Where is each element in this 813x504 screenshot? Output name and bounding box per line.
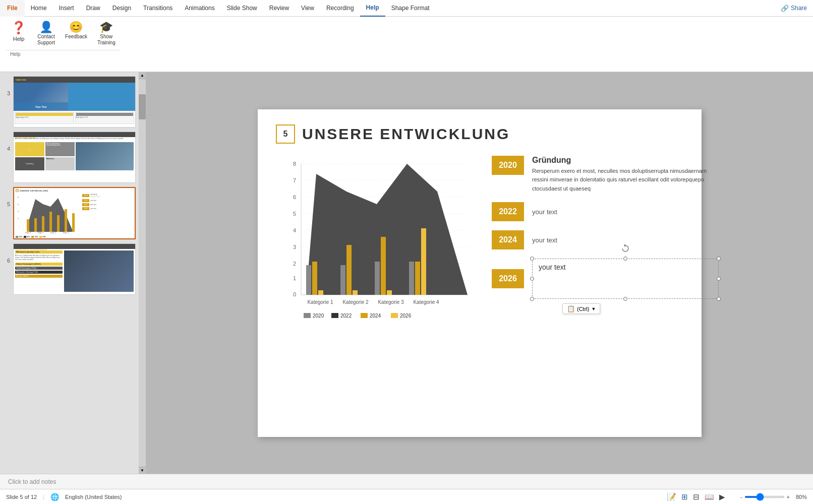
- svg-rect-54: [331, 313, 338, 318]
- timeline-section: 2020 Gründung Rersperum exero et most, n…: [492, 154, 719, 327]
- zoom-level: 80%: [792, 494, 807, 500]
- tab-recording[interactable]: Recording: [320, 0, 360, 17]
- share-icon: 🔗: [781, 5, 789, 12]
- language-icon: 🌐: [50, 493, 59, 501]
- year-box-2024: 2024: [492, 230, 524, 249]
- svg-rect-46: [415, 262, 420, 295]
- tab-view[interactable]: View: [295, 0, 320, 17]
- svg-text:2022: 2022: [340, 313, 352, 319]
- clipboard-tooltip[interactable]: 📋 (Ctrl) ▼: [562, 303, 600, 314]
- svg-text:6: 6: [18, 203, 19, 206]
- svg-rect-8: [49, 212, 52, 232]
- notes-placeholder: Click to add notes: [8, 478, 56, 485]
- svg-text:2026: 2026: [400, 313, 412, 319]
- svg-text:4: 4: [18, 210, 19, 213]
- person-icon: 👤: [39, 21, 53, 34]
- svg-text:4: 4: [293, 227, 296, 233]
- svg-text:Kategorie 3: Kategorie 3: [378, 299, 404, 305]
- slide-info: Slide 5 of 12: [6, 494, 37, 500]
- year-box-2022: 2022: [492, 202, 524, 221]
- svg-marker-35: [306, 164, 468, 295]
- tab-slideshow[interactable]: Slide Show: [221, 0, 263, 17]
- handle-tr[interactable]: [717, 257, 721, 261]
- svg-text:8: 8: [18, 196, 19, 199]
- slide-panel: 3 ÜBER UNS Your Text: [0, 72, 146, 474]
- help-button[interactable]: ❓ Help: [6, 19, 31, 48]
- svg-rect-58: [391, 313, 398, 318]
- tab-file[interactable]: File: [0, 0, 25, 17]
- svg-text:Kategorie 4: Kategorie 4: [413, 299, 439, 305]
- show-training-button[interactable]: 🎓 ShowTraining: [93, 19, 120, 48]
- handle-tm[interactable]: [623, 257, 627, 261]
- handle-br[interactable]: [717, 297, 721, 301]
- svg-rect-11: [72, 213, 75, 232]
- svg-rect-9: [57, 215, 60, 232]
- slide-item-6[interactable]: 6 GRUNDSÄTZE UNSERER ARBEIT Wirksamere g…: [3, 243, 136, 295]
- slide-number-6: 6: [3, 243, 10, 264]
- svg-text:Kage 1: Kage 1: [25, 232, 31, 234]
- svg-rect-56: [361, 313, 368, 318]
- notes-bar[interactable]: Click to add notes: [0, 474, 813, 489]
- slide-item-3[interactable]: 3 ÜBER UNS Your Text: [3, 76, 136, 128]
- slide-normal-view-icon[interactable]: ⊞: [681, 492, 688, 501]
- slide-number-3: 3: [3, 76, 10, 96]
- language-status: English (United States): [65, 494, 122, 500]
- clipboard-icon: 📋: [567, 305, 575, 312]
- scroll-down-button[interactable]: ▼: [139, 467, 146, 474]
- slide-sorter-icon[interactable]: ⊟: [693, 492, 700, 501]
- svg-rect-43: [381, 237, 386, 295]
- handle-mr[interactable]: [717, 277, 721, 281]
- selected-textbox[interactable]: your text: [532, 259, 719, 299]
- tab-animations[interactable]: Animations: [179, 0, 220, 17]
- tab-review[interactable]: Review: [263, 0, 295, 17]
- handle-bl[interactable]: [530, 297, 534, 301]
- svg-rect-45: [409, 262, 414, 295]
- svg-rect-44: [387, 290, 392, 295]
- svg-rect-5: [27, 219, 29, 232]
- svg-rect-38: [318, 290, 323, 295]
- tab-draw[interactable]: Draw: [80, 0, 106, 17]
- rotation-handle[interactable]: [620, 243, 630, 255]
- slide-item-5[interactable]: 5 5 UNSERE ENTWICKLUNG 8: [3, 187, 136, 239]
- svg-rect-39: [340, 265, 345, 295]
- reading-view-icon[interactable]: 📖: [705, 492, 714, 501]
- training-icon: 🎓: [99, 21, 113, 34]
- handle-bm[interactable]: [623, 297, 627, 301]
- slide-view: 5 UNSERE ENTWICKLUNG: [146, 72, 813, 474]
- tab-transitions[interactable]: Transitions: [137, 0, 179, 17]
- share-button[interactable]: 🔗 Share: [775, 5, 813, 12]
- slide-title: UNSERE ENTWICKLUNG: [302, 125, 510, 143]
- zoom-slider[interactable]: - + 80%: [740, 494, 807, 500]
- dropdown-arrow-icon[interactable]: ▼: [591, 306, 596, 311]
- tab-insert[interactable]: Insert: [53, 0, 80, 17]
- slide-item-4[interactable]: 4 DIENSTLEISTUNGEN Aut et text. Callipat…: [3, 132, 136, 183]
- svg-rect-6: [34, 218, 37, 232]
- svg-text:2024: 2024: [370, 313, 381, 319]
- svg-text:5: 5: [293, 211, 296, 217]
- svg-rect-36: [306, 265, 311, 295]
- timeline-entry-2022: 2022 your text: [492, 202, 719, 221]
- feedback-button[interactable]: 😊 Feedback: [61, 19, 91, 48]
- year-box-2026: 2026: [492, 269, 524, 288]
- tab-design[interactable]: Design: [106, 0, 137, 17]
- notes-toggle-icon[interactable]: 📝: [667, 492, 676, 501]
- svg-text:Kage 2: Kage 2: [38, 232, 43, 234]
- svg-rect-40: [346, 245, 352, 295]
- svg-text:6: 6: [293, 194, 296, 200]
- chart-area: 8 7 6 5 4 3 2 1 0: [276, 154, 478, 327]
- ribbon-group-label: Help: [6, 50, 120, 57]
- handle-ml[interactable]: [530, 277, 534, 281]
- svg-rect-7: [42, 216, 44, 232]
- tab-home[interactable]: Home: [25, 0, 53, 17]
- tab-help[interactable]: Help: [360, 0, 385, 17]
- slideshow-icon[interactable]: ▶: [719, 492, 725, 501]
- timeline-entry-2020: 2020 Gründung Rersperum exero et most, n…: [492, 156, 719, 194]
- ribbon-group-help: ❓ Help 👤 ContactSupport 😊 Feedback 🎓 Sho…: [6, 19, 120, 57]
- tab-shapeformat[interactable]: Shape Format: [385, 0, 436, 17]
- svg-text:3: 3: [293, 244, 296, 250]
- svg-text:Kage 4: Kage 4: [63, 232, 69, 234]
- scroll-up-button[interactable]: ▲: [139, 72, 146, 79]
- svg-text:2: 2: [18, 217, 19, 220]
- timeline-entry-2026: 2026 your text: [492, 259, 719, 299]
- contact-support-button[interactable]: 👤 ContactSupport: [33, 19, 59, 48]
